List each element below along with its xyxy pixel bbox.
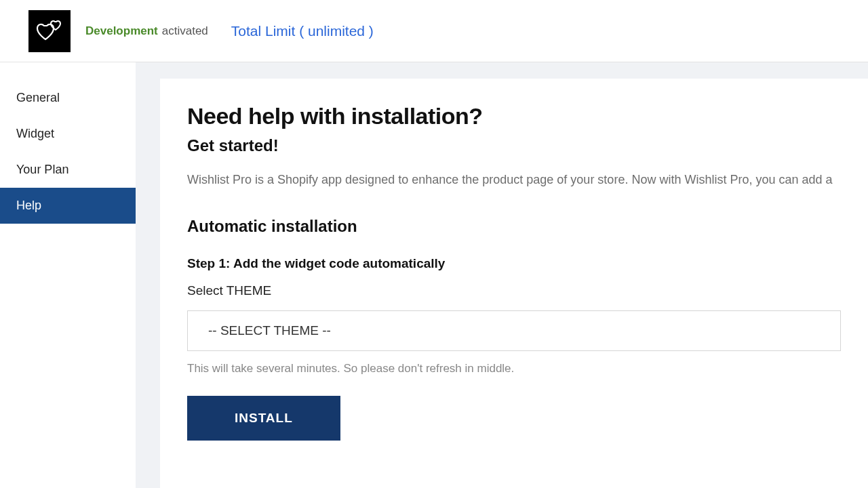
install-note: This will take several minutes. So pleas… [187, 362, 841, 375]
theme-select-placeholder: -- SELECT THEME -- [208, 323, 331, 338]
install-button[interactable]: INSTALL [187, 396, 340, 441]
status-block: Development activated [85, 24, 208, 38]
page-title: Need help with installation? [187, 103, 841, 129]
app-logo [28, 10, 71, 52]
help-panel: Need help with installation? Get started… [160, 79, 868, 488]
status-activated-label: activated [162, 24, 208, 38]
sidebar-item-label: Help [16, 199, 41, 212]
sidebar-item-general[interactable]: General [0, 80, 136, 116]
hearts-icon [35, 16, 64, 46]
sidebar: General Widget Your Plan Help [0, 62, 136, 488]
sidebar-item-label: General [16, 91, 60, 104]
sidebar-item-help[interactable]: Help [0, 188, 136, 224]
page-description: Wishlist Pro is a Shopify app designed t… [187, 173, 841, 187]
total-limit-link[interactable]: Total Limit ( unlimited ) [231, 23, 374, 39]
status-dev-label: Development [85, 24, 158, 38]
sidebar-item-widget[interactable]: Widget [0, 116, 136, 152]
auto-install-heading: Automatic installation [187, 217, 841, 236]
theme-select[interactable]: -- SELECT THEME -- [187, 310, 841, 351]
sidebar-item-your-plan[interactable]: Your Plan [0, 152, 136, 188]
sidebar-item-label: Widget [16, 127, 54, 140]
step-1-label: Step 1: Add the widget code automaticall… [187, 256, 841, 271]
select-theme-label: Select THEME [187, 283, 841, 298]
top-header: Development activated Total Limit ( unli… [0, 0, 868, 62]
content-area: Need help with installation? Get started… [136, 62, 868, 488]
sidebar-item-label: Your Plan [16, 163, 68, 176]
page-subtitle: Get started! [187, 136, 841, 155]
